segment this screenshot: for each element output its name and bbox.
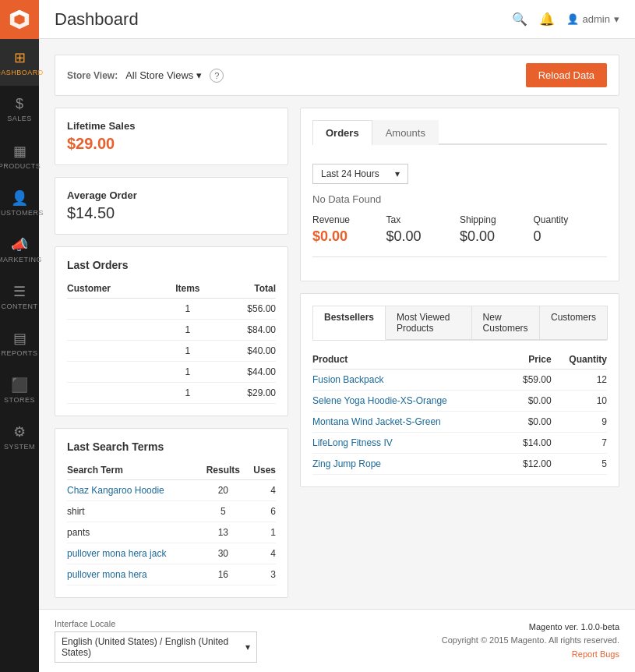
price-cell: $0.00 bbox=[510, 412, 552, 433]
product-tabs: BestsellersMost Viewed ProductsNew Custo… bbox=[312, 306, 607, 341]
search-icon[interactable]: 🔍 bbox=[512, 12, 527, 27]
col-search-term: Search Term bbox=[67, 461, 200, 480]
reload-data-button[interactable]: Reload Data bbox=[526, 63, 607, 87]
product-name-cell[interactable]: Selene Yoga Hoodie-XS-Orange bbox=[312, 391, 510, 412]
quantity-cell: 9 bbox=[552, 412, 607, 433]
total-cell: $56.00 bbox=[214, 299, 276, 320]
product-name-cell[interactable]: Montana Wind Jacket-S-Green bbox=[312, 412, 510, 433]
total-cell: $44.00 bbox=[214, 362, 276, 383]
sidebar-item-dashboard[interactable]: ⊞ Dashboard bbox=[0, 39, 39, 86]
no-data-message: No Data Found bbox=[312, 193, 607, 205]
store-view-label: Store View: bbox=[67, 70, 118, 81]
right-panel: Orders Amounts Last 24 Hours ▾ No Data F… bbox=[300, 108, 619, 609]
product-name-cell[interactable]: Zing Jump Rope bbox=[312, 454, 510, 475]
product-name-cell[interactable]: LifeLong Fitness IV bbox=[312, 433, 510, 454]
lifetime-sales-label: Lifetime Sales bbox=[67, 120, 276, 132]
sidebar-item-marketing[interactable]: 📣 Marketing bbox=[0, 226, 39, 273]
table-row: 1 $56.00 bbox=[67, 299, 276, 320]
sidebar-item-sales[interactable]: $ Sales bbox=[0, 86, 39, 133]
product-name-cell[interactable]: Fusion Backpack bbox=[312, 370, 510, 391]
notification-icon[interactable]: 🔔 bbox=[539, 12, 555, 27]
revenue-label: Shipping bbox=[460, 214, 534, 225]
store-view-bar: Store View: All Store Views ▾ ? Reload D… bbox=[55, 55, 619, 96]
sidebar-item-reports[interactable]: ▤ Reports bbox=[0, 320, 39, 366]
last-orders-title: Last Orders bbox=[67, 259, 276, 271]
date-range-value: Last 24 Hours bbox=[321, 168, 379, 179]
sidebar-item-label: Content bbox=[2, 302, 38, 310]
price-cell: $0.00 bbox=[510, 391, 552, 412]
quantity-cell: 10 bbox=[552, 391, 607, 412]
main-content: Dashboard 🔍 🔔 👤 admin ▾ Store View: All … bbox=[39, 0, 635, 672]
logo[interactable] bbox=[0, 0, 39, 39]
products-icon: ▦ bbox=[13, 143, 26, 160]
customer-cell bbox=[67, 320, 161, 341]
tab-new-customers[interactable]: New Customers bbox=[471, 306, 540, 340]
chevron-down-icon: ▾ bbox=[245, 642, 250, 653]
last-orders-table: Customer Items Total 1 $56.00 1 $84.00 1… bbox=[67, 279, 276, 404]
avg-order-label: Average Order bbox=[67, 189, 276, 201]
term-cell: pants bbox=[67, 522, 200, 543]
customers-icon: 👤 bbox=[11, 189, 28, 207]
term-cell[interactable]: pullover mona hera bbox=[67, 564, 200, 585]
results-cell: 20 bbox=[200, 480, 245, 501]
marketing-icon: 📣 bbox=[11, 236, 28, 253]
table-row: Montana Wind Jacket-S-Green $0.00 9 bbox=[312, 412, 607, 433]
tab-most-viewed[interactable]: Most Viewed Products bbox=[385, 306, 472, 340]
list-item: pullover mona hera jack 30 4 bbox=[67, 543, 276, 564]
admin-menu[interactable]: 👤 admin ▾ bbox=[566, 13, 619, 25]
locale-select[interactable]: English (United States) / English (Unite… bbox=[55, 631, 257, 663]
admin-icon: 👤 bbox=[566, 13, 579, 25]
sidebar-item-customers[interactable]: 👤 Customers bbox=[0, 179, 39, 226]
list-item: pullover mona hera 16 3 bbox=[67, 564, 276, 585]
report-bugs-link[interactable]: Report Bugs bbox=[442, 648, 619, 662]
items-cell: 1 bbox=[161, 341, 214, 362]
revenue-label: Tax bbox=[386, 214, 460, 225]
sidebar-item-content[interactable]: ☰ Content bbox=[0, 273, 39, 320]
sidebar-item-label: Stores bbox=[4, 396, 35, 404]
list-item: Chaz Kangaroo Hoodie 20 4 bbox=[67, 480, 276, 501]
sidebar-item-products[interactable]: ▦ Products bbox=[0, 133, 39, 179]
price-cell: $12.00 bbox=[510, 454, 552, 475]
table-row: 1 $29.00 bbox=[67, 383, 276, 404]
date-range-select[interactable]: Last 24 Hours ▾ bbox=[312, 164, 408, 184]
last-search-table: Search Term Results Uses Chaz Kangaroo H… bbox=[67, 461, 276, 585]
list-item: pants 13 1 bbox=[67, 522, 276, 543]
tab-bestsellers[interactable]: Bestsellers bbox=[312, 306, 386, 340]
term-cell[interactable]: pullover mona hera jack bbox=[67, 543, 200, 564]
price-cell: $14.00 bbox=[510, 433, 552, 454]
revenue-value: $0.00 bbox=[386, 228, 460, 245]
store-view-select[interactable]: All Store Views ▾ bbox=[125, 69, 202, 81]
last-search-terms-card: Last Search Terms Search Term Results Us… bbox=[55, 428, 288, 598]
lifetime-sales-card: Lifetime Sales $29.00 bbox=[55, 108, 288, 165]
term-cell[interactable]: Chaz Kangaroo Hoodie bbox=[67, 480, 200, 501]
chevron-down-icon: ▾ bbox=[395, 168, 400, 179]
copyright-text: Copyright © 2015 Magento. All rights res… bbox=[442, 634, 619, 648]
tab-orders[interactable]: Orders bbox=[312, 120, 372, 145]
locale-label: Interface Locale bbox=[55, 619, 257, 628]
col-product: Product bbox=[312, 350, 510, 370]
date-filter: Last 24 Hours ▾ bbox=[312, 164, 607, 184]
footer-right: Magento ver. 1.0.0-beta Copyright © 2015… bbox=[442, 621, 619, 662]
version-text: Magento ver. 1.0.0-beta bbox=[442, 621, 619, 635]
results-cell: 5 bbox=[200, 501, 245, 522]
footer: Interface Locale English (United States)… bbox=[39, 609, 635, 672]
store-view-value: All Store Views bbox=[125, 69, 193, 81]
reports-icon: ▤ bbox=[13, 330, 26, 347]
sidebar-item-stores[interactable]: ⬛ Stores bbox=[0, 366, 39, 413]
system-icon: ⚙ bbox=[13, 423, 26, 440]
table-row: LifeLong Fitness IV $14.00 7 bbox=[312, 433, 607, 454]
tab-amounts[interactable]: Amounts bbox=[372, 120, 439, 145]
table-row: Fusion Backpack $59.00 12 bbox=[312, 370, 607, 391]
help-icon[interactable]: ? bbox=[210, 69, 224, 83]
tab-customers[interactable]: Customers bbox=[539, 306, 608, 340]
last-orders-card: Last Orders Customer Items Total 1 $56.0… bbox=[55, 246, 288, 416]
col-customer: Customer bbox=[67, 279, 161, 299]
sidebar-item-system[interactable]: ⚙ System bbox=[0, 413, 39, 460]
items-cell: 1 bbox=[161, 320, 214, 341]
sidebar-item-label: Sales bbox=[7, 115, 32, 122]
table-row: Zing Jump Rope $12.00 5 bbox=[312, 454, 607, 475]
col-results: Results bbox=[200, 461, 245, 480]
chart-tabs: Orders Amounts bbox=[312, 120, 607, 145]
table-row: Selene Yoga Hoodie-XS-Orange $0.00 10 bbox=[312, 391, 607, 412]
last-search-title: Last Search Terms bbox=[67, 440, 276, 453]
